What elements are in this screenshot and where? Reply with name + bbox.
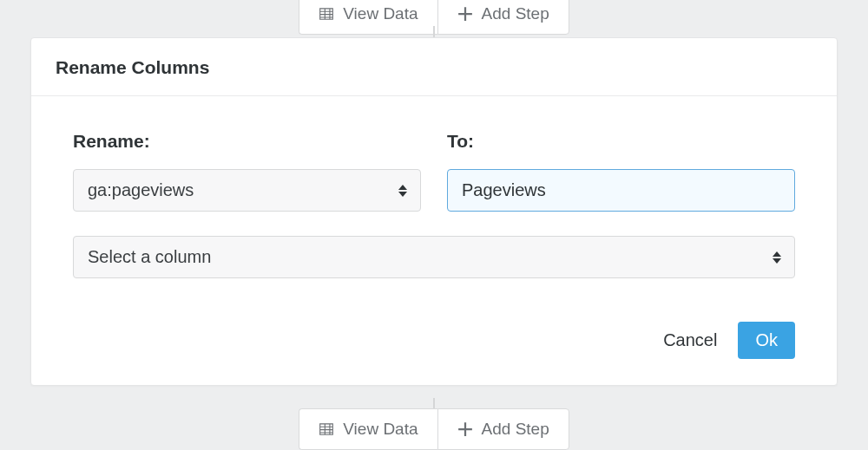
- rename-select-wrap: ga:pageviews: [73, 169, 421, 212]
- table-icon: [319, 6, 334, 22]
- view-data-label: View Data: [343, 4, 418, 23]
- bottom-toolbar: View Data Add Step: [0, 408, 868, 450]
- to-label: To:: [447, 131, 795, 152]
- panel-body: Rename: ga:pageviews To: Select a column: [31, 96, 837, 322]
- rename-row: Rename: ga:pageviews To:: [73, 131, 795, 212]
- panel-title: Rename Columns: [56, 57, 812, 78]
- view-data-button-bottom[interactable]: View Data: [299, 408, 437, 450]
- rename-columns-panel: Rename Columns Rename: ga:pageviews To:: [30, 37, 838, 386]
- table-icon: [319, 421, 334, 437]
- panel-footer: Cancel Ok: [31, 322, 837, 385]
- rename-column: Rename: ga:pageviews: [73, 131, 421, 212]
- ok-button[interactable]: Ok: [738, 322, 795, 359]
- add-column-select[interactable]: Select a column: [73, 236, 795, 278]
- plus-icon: [457, 421, 473, 437]
- add-step-button-top[interactable]: Add Step: [437, 0, 569, 35]
- plus-icon: [457, 6, 473, 22]
- add-step-label: Add Step: [482, 420, 549, 439]
- cancel-button[interactable]: Cancel: [663, 330, 717, 350]
- add-step-label: Add Step: [482, 4, 549, 23]
- rename-label: Rename:: [73, 131, 421, 152]
- panel-header: Rename Columns: [31, 38, 837, 96]
- connector-line: [433, 26, 435, 38]
- add-column-select-wrap: Select a column: [73, 236, 795, 278]
- to-input[interactable]: [447, 169, 795, 212]
- add-column-row: Select a column: [73, 236, 795, 278]
- to-column: To:: [447, 131, 795, 212]
- view-data-label: View Data: [343, 420, 418, 439]
- rename-select[interactable]: ga:pageviews: [73, 169, 421, 212]
- add-step-button-bottom[interactable]: Add Step: [437, 408, 569, 450]
- view-data-button-top[interactable]: View Data: [299, 0, 437, 35]
